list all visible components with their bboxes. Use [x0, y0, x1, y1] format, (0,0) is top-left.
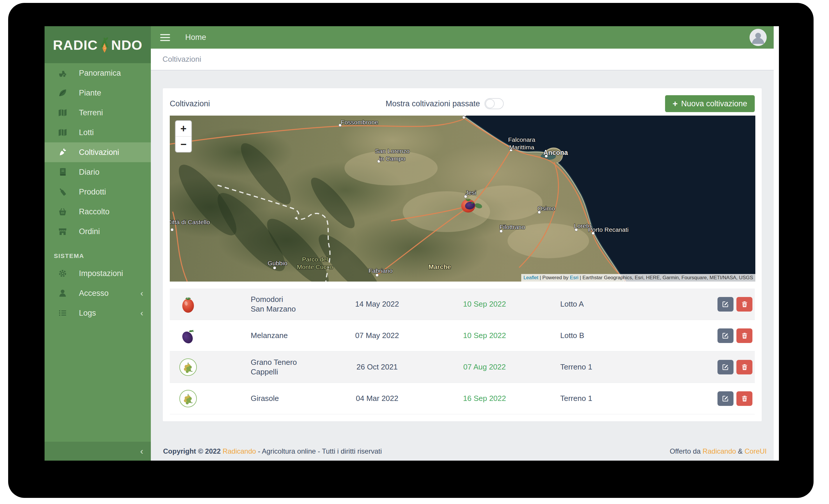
crop-image-cell	[170, 358, 251, 376]
footer-radicando-link[interactable]: Radicando	[702, 447, 736, 455]
card-title: Coltivazioni	[170, 99, 210, 108]
sidebar-item-diario[interactable]: Diario	[44, 162, 151, 182]
sidebar-item-impostazioni[interactable]: Impostazioni	[44, 263, 151, 283]
chevron-left-icon: ‹	[140, 446, 143, 457]
edit-button[interactable]	[718, 391, 733, 406]
sidebar-item-coltivazioni[interactable]: Coltivazioni	[44, 142, 151, 162]
map-city-dot	[273, 266, 276, 269]
delete-button[interactable]	[736, 391, 752, 406]
end-date-cell: 07 Aug 2022	[421, 362, 548, 371]
plus-icon: +	[673, 99, 678, 109]
map-attribution: Leaflet | Powered by Esri | Earthstar Ge…	[521, 274, 755, 282]
card-header: Coltivazioni Mostra coltivazioni passate…	[170, 95, 755, 112]
delete-button[interactable]	[736, 360, 752, 374]
sidebar-item-ordini[interactable]: Ordini	[44, 222, 151, 241]
sidebar-item-label: Terreni	[79, 108, 103, 117]
sidebar-item-label: Prodotti	[79, 187, 106, 196]
sidebar-item-label: Logs	[79, 309, 96, 318]
main-area: Home Coltivazioni Coltivazioni Mostra co…	[151, 26, 779, 461]
sidebar-item-raccolto[interactable]: Raccolto	[44, 202, 151, 222]
sidebar-item-logs[interactable]: Logs ‹	[44, 303, 151, 323]
map-crop-markers[interactable]	[460, 196, 483, 214]
plant-placeholder-image	[179, 358, 197, 376]
map-city-dot	[377, 159, 380, 163]
breadcrumb: Coltivazioni	[163, 55, 201, 64]
edit-button[interactable]	[718, 297, 733, 312]
location-cell: Lotto A	[548, 299, 636, 309]
crop-name-cell: Melanzane	[251, 331, 333, 340]
app-window: RADICNDO Panoramica Piante Terreni	[44, 26, 779, 461]
tractor-icon	[57, 68, 68, 78]
crop-image-cell	[170, 390, 251, 408]
map-city-dot	[510, 148, 513, 151]
zoom-in-button[interactable]: +	[176, 121, 191, 136]
sidebar-item-piante[interactable]: Piante	[44, 83, 151, 103]
map-city-dot	[538, 211, 541, 214]
sidebar-item-label: Diario	[79, 168, 100, 177]
map-city-dot	[339, 124, 342, 127]
sidebar-item-prodotti[interactable]: Prodotti	[44, 182, 151, 202]
new-cultivation-label: Nuova coltivazione	[681, 99, 747, 108]
gear-icon	[57, 268, 68, 279]
carrot-icon	[57, 147, 68, 157]
sidebar-item-label: Piante	[79, 88, 101, 98]
actions-cell	[636, 297, 755, 312]
sidebar-item-terreni[interactable]: Terreni	[44, 103, 151, 122]
crop-name-cell: Grano TeneroCappelli	[251, 358, 333, 377]
start-date-cell: 26 Oct 2021	[333, 362, 421, 371]
bottle-icon	[57, 187, 68, 197]
footer-radicando-link[interactable]: Radicando	[222, 447, 256, 455]
esri-link[interactable]: Esri	[570, 275, 578, 280]
leaflet-map[interactable]: Senigallia Fossombrone San Lorenzo in Ca…	[170, 116, 755, 282]
book-icon	[57, 167, 68, 177]
show-past-toggle[interactable]	[484, 98, 504, 109]
sidebar-item-lotti[interactable]: Lotti	[44, 122, 151, 142]
scrollbar[interactable]	[774, 26, 779, 461]
toggle-knob	[485, 99, 495, 108]
hamburger-menu-icon[interactable]	[160, 32, 170, 43]
leaflet-link[interactable]: Leaflet	[524, 275, 538, 280]
footer-copyright: Copyright © 2022 Radicando - Agricoltura…	[163, 447, 382, 455]
sidebar-nav: Panoramica Piante Terreni Lotti	[44, 63, 151, 323]
top-header-bar: Home	[151, 26, 779, 49]
brand-logo[interactable]: RADICNDO	[44, 26, 151, 63]
show-past-toggle-group: Mostra coltivazioni passate	[386, 98, 504, 109]
chevron-left-icon: ‹	[140, 308, 143, 318]
sidebar-item-label: Coltivazioni	[79, 148, 119, 157]
start-date-cell: 04 Mar 2022	[333, 394, 421, 403]
map-city-dot	[500, 229, 503, 232]
map-city-dot	[591, 232, 594, 235]
delete-button[interactable]	[736, 297, 752, 312]
actions-cell	[636, 391, 755, 406]
breadcrumb-bar: Coltivazioni	[151, 49, 779, 70]
tomato-image	[179, 295, 197, 313]
table-row: Girasole 04 Mar 2022 16 Sep 2022 Terreno…	[170, 383, 755, 414]
actions-cell	[636, 328, 755, 343]
table-row: Grano TeneroCappelli 26 Oct 2021 07 Aug …	[170, 352, 755, 383]
zoom-out-button[interactable]: −	[176, 137, 191, 152]
map-zoom-control: + −	[175, 120, 192, 152]
sidebar-collapse-button[interactable]: ‹	[44, 442, 151, 461]
sidebar-item-label: Accesso	[79, 289, 109, 298]
sidebar-item-accesso[interactable]: Accesso ‹	[44, 283, 151, 303]
brand-text-right: NDO	[111, 37, 142, 53]
coltivazioni-card: Coltivazioni Mostra coltivazioni passate…	[163, 88, 762, 422]
map-city-dot	[171, 228, 174, 231]
actions-cell	[636, 360, 755, 374]
edit-button[interactable]	[718, 328, 733, 343]
shop-icon	[57, 226, 68, 237]
crop-image-cell	[170, 327, 251, 345]
trash-icon	[742, 364, 747, 365]
sidebar-item-panoramica[interactable]: Panoramica	[44, 63, 151, 83]
plant-placeholder-image	[179, 390, 197, 408]
new-cultivation-button[interactable]: + Nuova coltivazione	[665, 95, 755, 112]
sidebar-item-label: Raccolto	[79, 207, 109, 216]
edit-button[interactable]	[718, 360, 733, 374]
toggle-label: Mostra coltivazioni passate	[386, 99, 480, 108]
nav-home-link[interactable]: Home	[185, 33, 206, 42]
avatar[interactable]	[750, 29, 767, 46]
footer-coreui-link[interactable]: CoreUI	[745, 447, 767, 455]
brand-text-left: RADIC	[53, 37, 98, 53]
delete-button[interactable]	[736, 328, 752, 343]
end-date-cell: 10 Sep 2022	[421, 299, 548, 309]
